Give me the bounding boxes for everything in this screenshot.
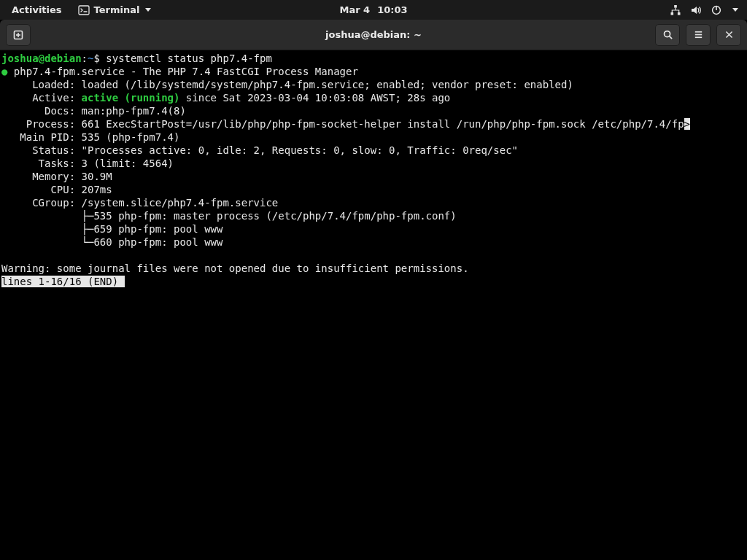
volume-icon[interactable]: [690, 4, 702, 16]
terminal-content[interactable]: joshua@debian:~$ systemctl status php7.4…: [0, 50, 747, 560]
cursor: [118, 276, 125, 287]
cgroup-child-2: ├─659 php-fpm: pool www: [1, 223, 222, 235]
loaded-line: Loaded: loaded (/lib/systemd/system/php7…: [1, 79, 573, 90]
cgroup-child-3: └─660 php-fpm: pool www: [1, 236, 222, 248]
line-overflow-indicator: >: [684, 118, 690, 130]
mainpid-line: Main PID: 535 (php-fpm7.4): [1, 131, 179, 143]
pager-status: lines 1-16/16 (END): [1, 276, 118, 287]
service-header: php7.4-fpm.service - The PHP 7.4 FastCGI…: [7, 66, 357, 77]
process-line: Process: 661 ExecStartPost=/usr/lib/php/…: [1, 118, 684, 130]
svg-point-9: [664, 31, 670, 37]
docs-line: Docs: man:php-fpm7.4(8): [1, 105, 186, 117]
tasks-line: Tasks: 3 (limit: 4564): [1, 158, 174, 169]
chevron-down-icon: [145, 8, 151, 12]
warning-line: Warning: some journal files were not ope…: [1, 262, 469, 274]
cgroup-line: CGroup: /system.slice/php7.4-fpm.service: [1, 197, 278, 209]
cgroup-child-1: ├─535 php-fpm: master process (/etc/php/…: [1, 210, 457, 222]
gnome-topbar: Activities Terminal Mar 4 10:03: [0, 0, 747, 20]
active-label: Active:: [1, 92, 82, 104]
app-menu[interactable]: Terminal: [74, 4, 156, 16]
window-title: joshua@debian: ~: [325, 29, 422, 40]
svg-rect-1: [674, 5, 677, 8]
close-button[interactable]: [716, 24, 741, 46]
prompt-dollar: $: [93, 52, 106, 64]
chevron-down-icon: [732, 8, 738, 12]
svg-rect-0: [79, 6, 89, 15]
terminal-icon: [78, 4, 90, 16]
app-menu-label: Terminal: [94, 4, 140, 15]
terminal-window: joshua@debian: ~ joshua@debian:~$ system…: [0, 20, 747, 560]
activities-button[interactable]: Activities: [6, 4, 68, 15]
cpu-line: CPU: 207ms: [1, 184, 112, 195]
status-line: Status: "Processes active: 0, idle: 2, R…: [1, 144, 518, 156]
svg-line-10: [669, 36, 672, 39]
clock-date: Mar 4: [339, 4, 370, 15]
prompt-user-host: joshua@debian: [1, 52, 82, 64]
active-rest: since Sat 2023-03-04 10:03:08 AWST; 28s …: [179, 92, 450, 104]
network-icon[interactable]: [670, 4, 681, 16]
clock[interactable]: Mar 4 10:03: [339, 4, 407, 15]
svg-rect-2: [671, 12, 674, 15]
new-tab-button[interactable]: [6, 24, 31, 46]
memory-line: Memory: 30.9M: [1, 171, 112, 182]
power-icon[interactable]: [711, 4, 722, 16]
svg-rect-3: [678, 12, 681, 15]
clock-time: 10:03: [377, 4, 407, 15]
window-titlebar: joshua@debian: ~: [0, 20, 747, 50]
hamburger-menu-button[interactable]: [686, 24, 711, 46]
prompt-colon: :: [82, 52, 88, 64]
search-button[interactable]: [655, 24, 680, 46]
active-value: active (running): [82, 92, 180, 104]
command-text: systemctl status php7.4-fpm: [106, 52, 272, 64]
